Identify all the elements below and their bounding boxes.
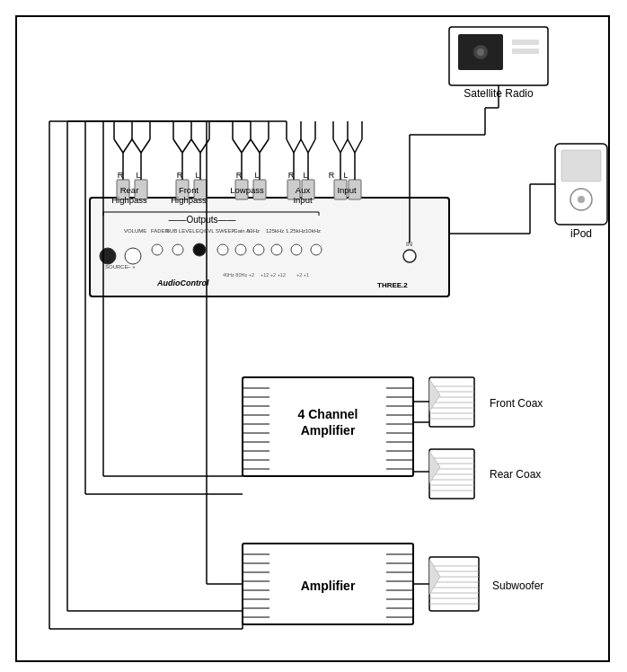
svg-text:SUB LEVEL: SUB LEVEL: [166, 228, 196, 234]
svg-point-100: [217, 244, 228, 255]
svg-rect-5: [512, 40, 539, 45]
svg-line-25: [123, 139, 132, 153]
svg-text:10kHz: 10kHz: [305, 228, 321, 234]
svg-text:63Hz: 63Hz: [247, 228, 260, 234]
svg-point-102: [235, 244, 246, 255]
rear-coax-label: Rear Coax: [490, 468, 541, 481]
svg-rect-172: [429, 557, 479, 611]
svg-line-61: [340, 139, 348, 153]
svg-line-27: [141, 139, 150, 153]
svg-text:Highpass: Highpass: [111, 195, 147, 205]
svg-point-111: [403, 250, 416, 262]
svg-line-52: [294, 139, 301, 153]
svg-line-33: [173, 139, 182, 153]
svg-text:R: R: [236, 171, 243, 180]
amplifier-4ch-label: Amplifier: [301, 423, 356, 438]
svg-text:−   +: − +: [128, 264, 136, 270]
svg-text:L: L: [254, 171, 259, 180]
svg-line-26: [132, 139, 141, 153]
svg-text:L: L: [195, 171, 199, 180]
svg-text:L: L: [343, 171, 348, 180]
svg-point-106: [271, 244, 282, 255]
front-coax-label: Front Coax: [490, 397, 543, 410]
audiocontrol-label: AudioControl: [156, 279, 209, 287]
svg-line-45: [260, 139, 269, 153]
svg-point-10: [578, 196, 585, 203]
svg-line-53: [301, 139, 308, 153]
svg-text:Front: Front: [179, 185, 199, 195]
outputs-label: ——Outputs——: [168, 215, 235, 225]
svg-line-35: [191, 139, 200, 153]
svg-point-104: [253, 244, 264, 255]
svg-line-36: [200, 139, 209, 153]
svg-line-54: [308, 139, 315, 153]
svg-line-62: [348, 139, 355, 153]
svg-rect-6: [512, 49, 539, 54]
svg-point-108: [291, 244, 302, 255]
svg-text:R: R: [329, 171, 335, 180]
svg-line-63: [355, 139, 362, 153]
svg-rect-154: [429, 377, 474, 427]
svg-line-24: [114, 139, 123, 153]
svg-text:VOLUME: VOLUME: [124, 228, 146, 234]
svg-text:Aux: Aux: [296, 185, 311, 195]
svg-text:R: R: [288, 171, 295, 180]
svg-line-44: [251, 139, 260, 153]
subwoofer-label: Subwoofer: [492, 579, 543, 592]
svg-point-91: [125, 248, 141, 264]
svg-text:125kHz: 125kHz: [266, 228, 284, 234]
svg-text:40Hz 80Hz +2: 40Hz 80Hz +2: [223, 272, 254, 278]
svg-text:R: R: [177, 171, 183, 180]
ipod-label: iPod: [570, 227, 592, 240]
svg-point-88: [100, 248, 116, 264]
svg-text:L: L: [303, 171, 307, 180]
svg-line-43: [242, 139, 251, 153]
svg-point-94: [152, 244, 163, 255]
svg-point-4: [477, 49, 484, 56]
svg-text:+2 +1: +2 +1: [296, 272, 309, 278]
svg-rect-163: [429, 449, 474, 499]
svg-text:Rear: Rear: [120, 185, 139, 195]
svg-line-42: [233, 139, 242, 153]
svg-text:EQ/LVL: EQ/LVL: [196, 228, 215, 234]
svg-text:SOURCE: SOURCE: [105, 264, 128, 270]
svg-point-110: [311, 244, 322, 255]
four-channel-label: 4 Channel: [298, 407, 358, 421]
svg-rect-8: [561, 150, 601, 181]
svg-text:SWEEP: SWEEP: [216, 228, 235, 234]
svg-text:1.25kHz: 1.25kHz: [286, 228, 305, 234]
svg-text:L: L: [136, 171, 140, 180]
svg-point-98: [193, 243, 206, 256]
amplifier-sub-label: Amplifier: [301, 579, 356, 593]
svg-text:Lowpass: Lowpass: [230, 185, 264, 195]
svg-text:+12 +2 +12: +12 +2 +12: [261, 272, 286, 278]
diagram-container: Satellite Radio iPod: [0, 0, 627, 672]
three2-label: THREE.2: [377, 281, 408, 289]
svg-text:Input: Input: [293, 195, 312, 205]
svg-text:Highpass: Highpass: [171, 195, 207, 205]
svg-point-96: [172, 244, 183, 255]
svg-text:R: R: [118, 171, 124, 180]
svg-line-34: [182, 139, 191, 153]
svg-line-51: [287, 139, 294, 153]
svg-line-60: [333, 139, 340, 153]
svg-text:Input: Input: [337, 185, 356, 195]
